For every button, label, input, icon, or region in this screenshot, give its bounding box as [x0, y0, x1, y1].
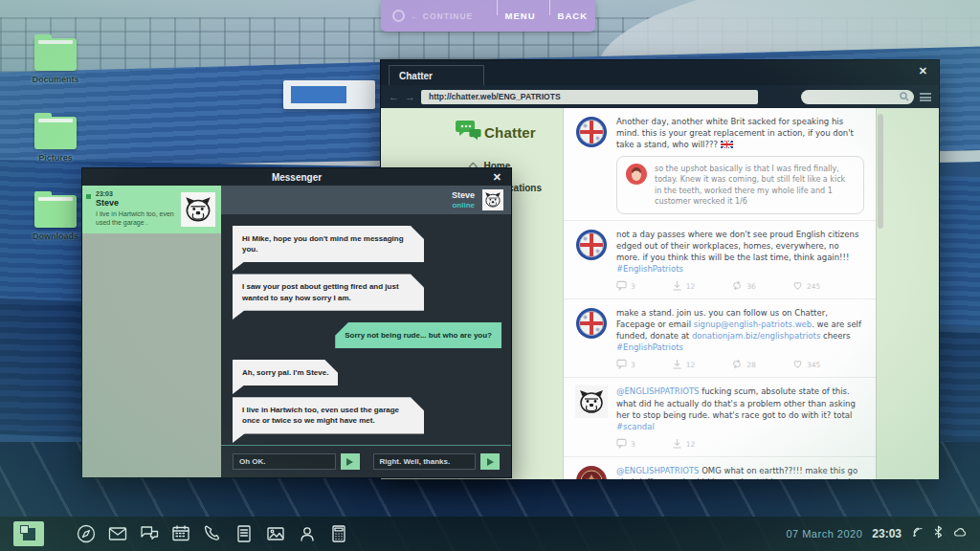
desktop: DocumentsPicturesDownloads ← CONTINUE ME…: [0, 0, 980, 551]
wireless-icon: [911, 525, 924, 542]
search-input[interactable]: [801, 90, 914, 104]
post-link[interactable]: #EnglishPatriots: [616, 264, 683, 274]
post-text: Another day, another white Brit sacked f…: [616, 116, 864, 150]
menu-icon[interactable]: [920, 93, 931, 101]
england-crest-avatar[interactable]: [575, 307, 608, 340]
back-arrow-icon[interactable]: ←: [389, 91, 399, 102]
red-person-avatar: [626, 164, 647, 185]
browser-tab-chatter[interactable]: Chatter: [389, 65, 484, 85]
stat-download[interactable]: 12: [672, 280, 696, 293]
message-bubble: I live in Hartwich too, even used the ga…: [233, 397, 424, 433]
url-bar[interactable]: http://chatter.web/ENG_PATRIOTS: [421, 90, 758, 104]
post-link[interactable]: #scandal: [616, 422, 655, 431]
chatter-feed: Another day, another white Brit sacked f…: [563, 108, 877, 479]
post-link[interactable]: signup@english-patriots.web: [694, 320, 813, 329]
stadium-screen: [283, 80, 375, 109]
taskbar-date: 07 March 2020: [786, 528, 862, 540]
back-button[interactable]: BACK: [556, 11, 595, 21]
taskbar-notes-icon[interactable]: [233, 522, 256, 545]
stat-retweet[interactable]: 36: [731, 280, 756, 293]
chat-message-outgoing: Sorry not being rude... but who are you?: [335, 322, 501, 348]
stat-count: 3: [631, 361, 635, 369]
post-link[interactable]: @ENGLISHPATRIOTS: [616, 386, 699, 396]
conversation-list: 23:03 Steve I live in Hartwich too, even…: [82, 186, 221, 477]
like-icon: [792, 280, 803, 293]
message-list: Hi Mike, hope you don't mind me messagin…: [221, 214, 511, 445]
chat-header: Steve online: [221, 186, 511, 214]
taskbar-chat-icon[interactable]: [138, 522, 161, 545]
menu-button[interactable]: MENU: [503, 11, 544, 21]
bulldog-avatar[interactable]: [575, 386, 608, 418]
download-icon: [672, 359, 682, 371]
chatter-post: @ENGLISHPATRIOTS OMG what on eartth??!!!…: [564, 457, 876, 479]
chatter-post: Another day, another white Brit sacked f…: [564, 108, 876, 221]
taskbar-phone-icon[interactable]: [201, 522, 224, 545]
download-icon: [672, 280, 682, 293]
chatter-titlebar: Chatter ✕: [381, 60, 939, 85]
stat-like[interactable]: 345: [792, 359, 820, 371]
feed-scrollbar[interactable]: [878, 114, 883, 229]
stat-count: 3: [631, 282, 635, 291]
message-bubble: Hi Mike, hope you don't mind me messagin…: [233, 226, 424, 262]
stat-like[interactable]: 245: [792, 280, 820, 293]
chat-contact-status: online: [452, 201, 475, 209]
chatter-bubbles-icon: [456, 118, 482, 141]
stat-comment[interactable]: 3: [616, 438, 635, 451]
stat-count: 345: [807, 361, 820, 369]
taskbar-mail-icon[interactable]: [106, 522, 129, 545]
send-button[interactable]: [341, 453, 360, 470]
message-bubble: Ah, sorry pal. I'm Steve.: [233, 360, 338, 386]
chat-message-incoming: Hi Mike, hope you don't mind me messagin…: [233, 226, 424, 262]
conversation-item-steve[interactable]: 23:03 Steve I live in Hartwich too, even…: [82, 186, 221, 233]
reply-text[interactable]: Right. Well, thanks.: [373, 453, 477, 470]
close-icon[interactable]: ✕: [919, 66, 927, 77]
post-link[interactable]: donationjam.biz/englishpatriots: [692, 331, 820, 341]
taskbar-photos-icon[interactable]: [264, 522, 287, 545]
chat-contact-name: Steve: [452, 190, 475, 200]
close-icon[interactable]: ✕: [493, 172, 501, 183]
chat-message-incoming: I live in Hartwich too, even used the ga…: [233, 397, 424, 433]
post-text: not a day passes where we don't see prou…: [616, 229, 864, 275]
stat-count: 12: [686, 440, 696, 449]
bulldog-avatar: [181, 192, 215, 227]
reply-options: Oh OK.Right. Well, thanks.: [221, 445, 511, 477]
england-crest-avatar[interactable]: [575, 229, 608, 261]
send-button[interactable]: [480, 453, 500, 470]
start-button[interactable]: [13, 521, 44, 546]
desktop-folder-downloads[interactable]: Downloads: [25, 195, 86, 241]
stat-count: 36: [746, 282, 756, 291]
desktop-folder-documents[interactable]: Documents: [25, 38, 86, 84]
folder-icon: [34, 117, 77, 149]
reply-text[interactable]: Oh OK.: [233, 453, 336, 470]
post-stats: 312: [616, 438, 864, 451]
comment-icon: [616, 280, 627, 293]
chatter-logo[interactable]: Chatter: [456, 118, 536, 141]
taskbar-calculator-icon[interactable]: [327, 522, 350, 545]
post-body: @ENGLISHPATRIOTS OMG what on eartth??!!!…: [616, 465, 864, 479]
folder-label: Downloads: [25, 231, 86, 241]
stat-retweet[interactable]: 28: [731, 359, 756, 371]
desktop-folder-pictures[interactable]: Pictures: [25, 117, 86, 163]
england-crest-avatar[interactable]: [575, 116, 608, 148]
stat-comment[interactable]: 3: [616, 280, 635, 293]
post-text: @ENGLISHPATRIOTS OMG what on eartth??!!!…: [616, 465, 864, 479]
stat-count: 12: [686, 282, 696, 291]
messenger-titlebar: Messenger ✕: [82, 168, 511, 186]
post-body: make a stand. join us. you can follow us…: [616, 307, 864, 371]
post-stats: 31236245: [616, 280, 864, 293]
taskbar-status-icons: [911, 525, 967, 542]
post-link[interactable]: #EnglishPatriots: [616, 342, 683, 352]
like-icon: [792, 359, 803, 371]
stat-count: 3: [631, 440, 635, 449]
stat-comment[interactable]: 3: [616, 359, 635, 371]
quoted-post[interactable]: so the upshot basically is that I was fi…: [616, 156, 864, 214]
taskbar-calendar-icon[interactable]: [169, 522, 192, 545]
stat-download[interactable]: 12: [672, 359, 696, 371]
stat-download[interactable]: 12: [672, 438, 696, 451]
maroon-emblem-avatar[interactable]: [575, 465, 608, 479]
forward-arrow-icon[interactable]: →: [405, 91, 415, 102]
continue-button[interactable]: ← CONTINUE: [411, 11, 491, 21]
taskbar-browser-icon[interactable]: [75, 522, 98, 545]
taskbar-contacts-icon[interactable]: [296, 522, 319, 545]
post-link[interactable]: @ENGLISHPATRIOTS: [616, 466, 699, 475]
